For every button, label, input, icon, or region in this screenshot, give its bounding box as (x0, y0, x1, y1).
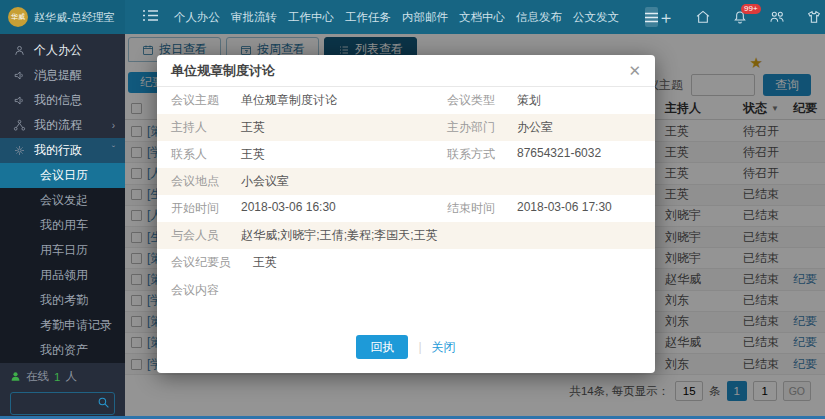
field-label: 会议纪要员 (157, 254, 253, 271)
field-value: 87654321-6032 (517, 146, 601, 163)
sidebar-item-my-info[interactable]: 我的信息 (0, 88, 125, 113)
modal-title: 单位规章制度讨论 (171, 62, 275, 80)
field-label: 联系人 (157, 146, 241, 163)
sidebar-subitem-vehicle-calendar[interactable]: 用车日历 (0, 238, 125, 263)
sidebar-item-message-alerts[interactable]: 消息提醒 (0, 63, 125, 88)
field-label: 主持人 (157, 119, 241, 136)
field-label: 结束时间 (447, 200, 517, 217)
contacts-icon[interactable] (769, 9, 785, 25)
nav-item-internal-mail[interactable]: 内部邮件 (402, 10, 448, 25)
nav-item-approval-flow[interactable]: 审批流转 (231, 10, 277, 25)
modal-row-contact: 联系人王英 联系方式87654321-6032 (157, 141, 655, 168)
field-value: 小会议室 (241, 173, 289, 190)
nav-item-work-center[interactable]: 工作中心 (288, 10, 334, 25)
sidebar-subitem-attendance-records[interactable]: 考勤申请记录 (0, 313, 125, 338)
sidebar-item-label: 我的流程 (34, 117, 82, 134)
user-name: 赵华威-总经理室 (34, 10, 115, 25)
person-icon (13, 44, 26, 57)
topbar-icon-group: ＋ 99+ (658, 9, 825, 25)
sidebar-bottom: 在线 1 人 (0, 363, 125, 419)
nav-item-official-dispatch[interactable]: 公文发文 (573, 10, 619, 25)
flow-icon (13, 119, 26, 132)
nav-item-document-center[interactable]: 文档中心 (459, 10, 505, 25)
modal-row-location: 会议地点小会议室 (157, 168, 655, 195)
field-label: 联系方式 (447, 146, 517, 163)
modal-footer: 回执 | 关闭 (157, 335, 655, 359)
sidebar-subitem-meeting-initiate[interactable]: 会议发起 (0, 188, 125, 213)
speaker-icon (13, 69, 26, 82)
field-value: 2018-03-06 17:30 (517, 200, 612, 217)
field-value: 2018-03-06 16:30 (241, 200, 336, 217)
modal-row-minutes-taker: 会议纪要员王英 (157, 249, 655, 276)
chevron-right-icon: › (112, 120, 115, 131)
modal-row-subject-type: 会议主题单位规章制度讨论 会议类型策划 (157, 87, 655, 114)
chevron-down-icon: ˇ (112, 145, 115, 156)
sidebar-item-label: 我的信息 (34, 92, 82, 109)
sidebar-subitem-meeting-calendar[interactable]: 会议日历 (0, 163, 125, 188)
nav-list-icon[interactable] (143, 9, 158, 25)
sidebar-subitem-my-vehicle[interactable]: 我的用车 (0, 213, 125, 238)
sidebar-item-label: 消息提醒 (34, 67, 82, 84)
field-value: 办公室 (517, 119, 553, 136)
online-count: 1 (54, 371, 60, 383)
field-value: 王英 (253, 254, 277, 271)
speaker-icon (13, 94, 26, 107)
field-label: 与会人员 (157, 227, 241, 244)
close-icon[interactable]: ✕ (628, 63, 641, 78)
field-value: 赵华威;刘晓宇;王倩;姜程;李国天;王英 (241, 227, 438, 244)
theme-shirt-icon[interactable] (806, 9, 822, 25)
online-label: 在线 (26, 369, 49, 384)
online-person-icon (10, 371, 21, 382)
modal-row-time: 开始时间2018-03-06 16:30 结束时间2018-03-06 17:3… (157, 195, 655, 222)
field-value: 单位规章制度讨论 (241, 92, 337, 109)
user-profile[interactable]: 华威 赵华威-总经理室 (0, 0, 125, 34)
online-unit: 人 (65, 369, 77, 384)
sidebar-item-label: 我的行政 (34, 142, 82, 159)
sidebar-subitem-my-attendance[interactable]: 我的考勤 (0, 288, 125, 313)
home-icon[interactable] (695, 9, 711, 25)
meeting-detail-modal: 单位规章制度讨论 ✕ 会议主题单位规章制度讨论 会议类型策划 主持人王英 主办部… (157, 55, 655, 373)
sidebar-search (10, 392, 115, 415)
nav-item-work-tasks[interactable]: 工作任务 (345, 10, 391, 25)
sidebar-item-label: 个人办公 (34, 42, 82, 59)
notification-bell-icon[interactable]: 99+ (732, 9, 748, 25)
sidebar-item-my-flows[interactable]: 我的流程 › (0, 113, 125, 138)
sidebar-item-personal-office[interactable]: 个人办公 (0, 38, 125, 63)
modal-row-attendees: 与会人员赵华威;刘晓宇;王倩;姜程;李国天;王英 (157, 222, 655, 249)
sidebar-subitem-supplies[interactable]: 用品领用 (0, 263, 125, 288)
field-value: 王英 (241, 119, 265, 136)
field-label: 主办部门 (447, 119, 517, 136)
field-label: 会议地点 (157, 173, 241, 190)
notification-badge: 99+ (741, 4, 761, 14)
gear-icon (13, 144, 26, 157)
sidebar: 个人办公 消息提醒 我的信息 我的流程 › 我的行政 ˇ (0, 34, 125, 416)
field-label: 会议主题 (157, 92, 241, 109)
top-nav: 个人办公 审批流转 工作中心 工作任务 内部邮件 文档中心 信息发布 公文发文 (174, 10, 619, 25)
sidebar-subitem-my-assets[interactable]: 我的资产 (0, 338, 125, 363)
sidebar-item-my-admin[interactable]: 我的行政 ˇ (0, 138, 125, 163)
nav-item-personal-office[interactable]: 个人办公 (174, 10, 220, 25)
search-icon[interactable] (97, 396, 110, 412)
field-value: 策划 (517, 92, 541, 109)
avatar[interactable]: 华威 (8, 7, 28, 27)
nav-item-info-publish[interactable]: 信息发布 (516, 10, 562, 25)
footer-divider: | (418, 340, 421, 354)
receipt-button[interactable]: 回执 (356, 335, 408, 359)
field-label: 会议内容 (157, 282, 241, 299)
online-status: 在线 1 人 (10, 369, 115, 384)
field-label: 会议类型 (447, 92, 517, 109)
menu-expand-icon[interactable] (645, 7, 658, 27)
modal-header: 单位规章制度讨论 ✕ (157, 55, 655, 87)
field-value: 王英 (241, 146, 265, 163)
modal-row-host-dept: 主持人王英 主办部门办公室 (157, 114, 655, 141)
add-icon[interactable]: ＋ (658, 9, 674, 25)
field-label: 开始时间 (157, 200, 241, 217)
admin-submenu: 会议日历 会议发起 我的用车 用车日历 用品领用 我的考勤 考勤申请记录 我的资… (0, 163, 125, 363)
topbar: 华威 赵华威-总经理室 个人办公 审批流转 工作中心 工作任务 内部邮件 文档中… (0, 0, 825, 34)
close-link[interactable]: 关闭 (432, 339, 456, 356)
app-window: 华威 赵华威-总经理室 个人办公 审批流转 工作中心 工作任务 内部邮件 文档中… (0, 0, 825, 419)
modal-row-content: 会议内容 (157, 276, 655, 320)
